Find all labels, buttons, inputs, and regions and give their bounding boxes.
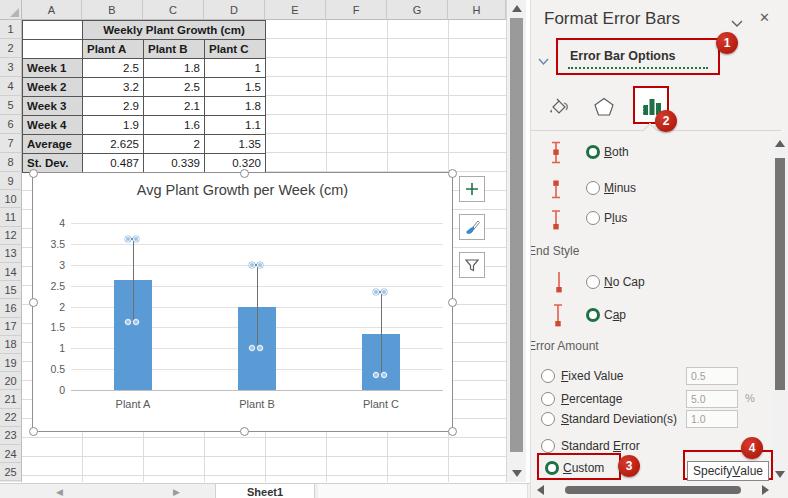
sheet-vscroll-thumb[interactable]: [510, 18, 523, 452]
value-cell[interactable]: 0.487: [83, 154, 144, 173]
both-radio[interactable]: [586, 145, 600, 159]
row-header-2[interactable]: 2: [0, 39, 22, 58]
column-header-H[interactable]: H: [448, 0, 506, 20]
chart-filters-button[interactable]: [459, 252, 485, 278]
scroll-up-arrow-icon[interactable]: [775, 140, 785, 147]
std-deviation-label[interactable]: Standard Deviation(s): [561, 412, 677, 426]
value-cell[interactable]: 1.6: [144, 116, 205, 135]
chart-selection-handle[interactable]: [240, 427, 249, 436]
custom-radio[interactable]: [545, 461, 559, 475]
row-header-16[interactable]: 16: [0, 299, 22, 317]
fixed-value-input[interactable]: [686, 367, 738, 385]
panel-collapse-button[interactable]: [731, 14, 743, 32]
scroll-left-arrow-icon[interactable]: [537, 485, 544, 495]
table-title-cell[interactable]: Weekly Plant Growth (cm): [83, 21, 266, 40]
sheet-vertical-scrollbar[interactable]: [506, 0, 526, 482]
value-cell[interactable]: 1.1: [205, 116, 266, 135]
error-bar-options-header[interactable]: Error Bar Options: [570, 49, 676, 63]
tab-nav-right-icon[interactable]: ▶: [173, 487, 180, 497]
error-bar[interactable]: [257, 265, 258, 349]
row-header-19[interactable]: 19: [0, 354, 22, 372]
column-header-B[interactable]: B: [82, 0, 143, 20]
value-cell[interactable]: 0.320: [205, 154, 266, 173]
row-label-cell[interactable]: Week 2: [23, 78, 83, 97]
row-header-17[interactable]: 17: [0, 318, 22, 336]
column-header-F[interactable]: F: [326, 0, 387, 20]
scroll-up-arrow-icon[interactable]: [512, 5, 522, 12]
column-header-G[interactable]: G: [387, 0, 448, 20]
row-header-3[interactable]: 3: [0, 58, 22, 77]
chart-selection-handle[interactable]: [448, 169, 457, 178]
chart-styles-button[interactable]: [459, 214, 485, 240]
row-header-26[interactable]: 26: [0, 481, 22, 482]
chart-title[interactable]: Avg Plant Growth per Week (cm): [33, 182, 452, 198]
panel-horizontal-scrollbar[interactable]: [537, 484, 769, 496]
column-header-A[interactable]: A: [22, 0, 82, 20]
percentage-radio[interactable]: [541, 392, 555, 406]
panel-vscroll-thumb[interactable]: [775, 158, 785, 390]
col-header-cell[interactable]: Plant B: [144, 40, 205, 59]
scroll-right-arrow-icon[interactable]: [762, 485, 769, 495]
chart-selection-handle[interactable]: [448, 298, 457, 307]
row-header-12[interactable]: 12: [0, 227, 22, 245]
value-cell[interactable]: 1.9: [83, 116, 144, 135]
options-collapse-chevron[interactable]: [538, 52, 549, 70]
value-cell[interactable]: 2: [144, 135, 205, 154]
chart-selection-handle[interactable]: [240, 169, 249, 178]
row-header-10[interactable]: 10: [0, 190, 22, 208]
scroll-down-arrow-icon[interactable]: [775, 471, 785, 478]
cell-A1[interactable]: [23, 21, 83, 40]
value-cell[interactable]: 2.1: [144, 97, 205, 116]
row-label-cell[interactable]: Week 3: [23, 97, 83, 116]
row-header-14[interactable]: 14: [0, 263, 22, 281]
minus-radio[interactable]: [586, 181, 600, 195]
value-cell[interactable]: 2.625: [83, 135, 144, 154]
row-header-7[interactable]: 7: [0, 134, 22, 153]
chart-selection-handle[interactable]: [29, 169, 38, 178]
row-header-1[interactable]: 1: [0, 20, 22, 39]
chart-elements-button[interactable]: [459, 176, 485, 202]
row-header-8[interactable]: 8: [0, 153, 22, 172]
row-header-5[interactable]: 5: [0, 96, 22, 115]
row-header-13[interactable]: 13: [0, 245, 22, 263]
scroll-down-arrow-icon[interactable]: [512, 470, 522, 477]
no-cap-label[interactable]: No Cap: [604, 275, 645, 289]
value-cell[interactable]: 3.2: [83, 78, 144, 97]
chart[interactable]: Avg Plant Growth per Week (cm) 00.511.52…: [32, 172, 453, 432]
row-header-21[interactable]: 21: [0, 390, 22, 408]
value-cell[interactable]: 0.339: [144, 154, 205, 173]
column-header-C[interactable]: C: [143, 0, 204, 20]
row-label-cell[interactable]: Week 4: [23, 116, 83, 135]
row-header-18[interactable]: 18: [0, 336, 22, 354]
percentage-label[interactable]: Percentage: [561, 392, 622, 406]
sheet-tab-sheet1[interactable]: Sheet1: [215, 484, 315, 498]
col-header-cell[interactable]: Plant C: [205, 40, 266, 59]
fixed-value-label[interactable]: Fixed Value: [561, 369, 624, 383]
row-header-9[interactable]: 9: [0, 172, 22, 190]
error-bar[interactable]: [381, 292, 382, 376]
value-cell[interactable]: 2.5: [83, 59, 144, 78]
row-header-6[interactable]: 6: [0, 115, 22, 134]
fixed-value-radio[interactable]: [541, 369, 555, 383]
row-header-25[interactable]: 25: [0, 463, 22, 481]
value-cell[interactable]: 2.5: [144, 78, 205, 97]
minus-label[interactable]: Minus: [604, 181, 636, 195]
value-cell[interactable]: 2.9: [83, 97, 144, 116]
custom-label[interactable]: Custom: [563, 461, 604, 475]
std-deviation-radio[interactable]: [541, 412, 555, 426]
both-label[interactable]: Both: [604, 145, 629, 159]
row-header-20[interactable]: 20: [0, 372, 22, 390]
value-cell[interactable]: 1.8: [144, 59, 205, 78]
plus-label[interactable]: Plus: [604, 211, 627, 225]
chart-selection-handle[interactable]: [29, 298, 38, 307]
column-header-E[interactable]: E: [265, 0, 326, 20]
row-header-24[interactable]: 24: [0, 445, 22, 463]
panel-hscroll-thumb[interactable]: [565, 486, 741, 494]
row-header-4[interactable]: 4: [0, 77, 22, 96]
specify-value-button[interactable]: Specify Value: [687, 461, 769, 481]
col-header-cell[interactable]: Plant A: [83, 40, 144, 59]
row-label-cell[interactable]: Average: [23, 135, 83, 154]
tab-effects[interactable]: [589, 92, 619, 122]
value-cell[interactable]: 1.5: [205, 78, 266, 97]
std-deviation-input[interactable]: [686, 410, 738, 428]
